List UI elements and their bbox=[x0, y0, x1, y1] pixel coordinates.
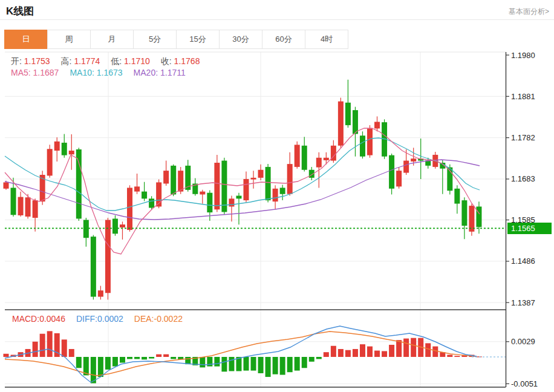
tab-30min[interactable]: 30分 bbox=[219, 30, 262, 49]
high-value: 高: 1.1774 bbox=[61, 56, 100, 67]
svg-text:1.1683: 1.1683 bbox=[511, 174, 535, 183]
ma-lines-group bbox=[5, 128, 480, 254]
diff-value: DIFF:0.0002 bbox=[76, 314, 123, 324]
tab-60min[interactable]: 60分 bbox=[262, 30, 305, 49]
tab-4hour[interactable]: 4时 bbox=[305, 30, 348, 49]
grid-lines bbox=[5, 52, 506, 387]
open-value: 开: 1.1753 bbox=[11, 56, 50, 67]
current-price-badge: 1.1565 bbox=[507, 223, 552, 234]
tab-5min[interactable]: 5分 bbox=[133, 30, 177, 49]
y-axis-labels: 1.19801.18811.17821.16831.15851.14861.13… bbox=[506, 51, 538, 388]
ohlc-legend: 开: 1.1753 高: 1.1774 低: 1.1710 收: 1.1768 bbox=[11, 56, 210, 67]
svg-text:1.1881: 1.1881 bbox=[511, 92, 535, 101]
tab-day[interactable]: 日 bbox=[4, 30, 48, 49]
svg-text:1.1387: 1.1387 bbox=[511, 298, 535, 307]
low-value: 低: 1.1710 bbox=[111, 56, 150, 67]
svg-text:1.1486: 1.1486 bbox=[511, 256, 535, 266]
macd-legend: MACD:0.0046 DIFF:0.0002 DEA:-0.0022 bbox=[12, 314, 194, 324]
ma-legend: MA5: 1.1687 MA10: 1.1673 MA20: 1.1711 bbox=[11, 68, 197, 77]
fundamental-analysis-link[interactable]: 基本面分析> bbox=[509, 7, 549, 17]
ma5-value: MA5: 1.1687 bbox=[11, 68, 59, 77]
tab-15min[interactable]: 15分 bbox=[176, 30, 220, 49]
panel-borders bbox=[5, 52, 506, 387]
svg-text:-0.0051: -0.0051 bbox=[511, 379, 538, 388]
close-value: 收: 1.1768 bbox=[161, 56, 200, 67]
svg-text:0.0029: 0.0029 bbox=[511, 337, 535, 346]
svg-text:1.1980: 1.1980 bbox=[511, 51, 535, 60]
tab-week[interactable]: 周 bbox=[47, 30, 91, 49]
kline-page: { "header": { "title": "K线图", "link": "基… bbox=[0, 0, 554, 392]
header-divider bbox=[0, 19, 554, 20]
tab-month[interactable]: 月 bbox=[90, 30, 134, 49]
page-title: K线图 bbox=[6, 4, 34, 18]
ma10-value: MA10: 1.1673 bbox=[70, 68, 122, 77]
ma20-value: MA20: 1.1711 bbox=[134, 68, 186, 77]
period-tabbar: 日 周 月 5分 15分 30分 60分 4时 bbox=[4, 30, 348, 49]
macd-value: MACD:0.0046 bbox=[12, 314, 65, 324]
svg-text:1.1782: 1.1782 bbox=[511, 133, 535, 142]
dea-value: DEA:-0.0022 bbox=[134, 314, 183, 324]
